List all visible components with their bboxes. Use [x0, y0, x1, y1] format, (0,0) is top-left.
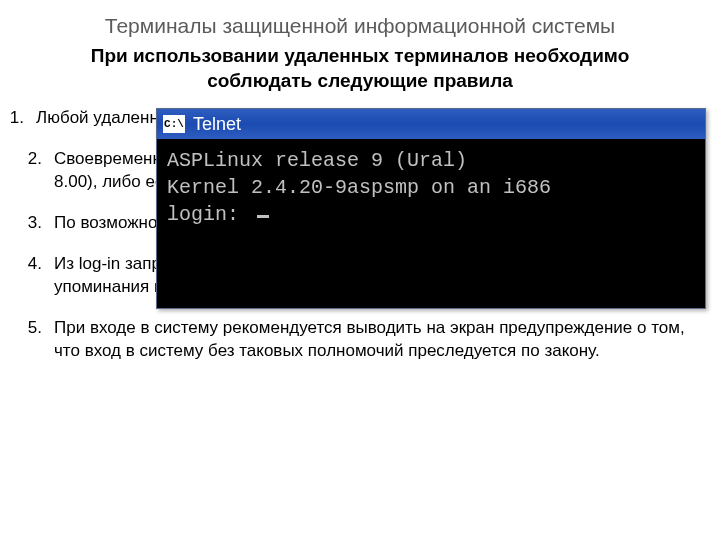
page-title: Терминалы защищенной информационной сист…	[0, 0, 720, 38]
terminal-output[interactable]: ASPLinux release 9 (Ural) Kernel 2.4.20-…	[157, 139, 705, 308]
rule-number: 5.	[20, 317, 48, 363]
rule-item: 5. При входе в систему рекомендуется выв…	[8, 317, 700, 363]
rule-number: 4.	[20, 253, 48, 299]
page-subtitle: При использовании удаленных терминалов н…	[0, 38, 720, 107]
telnet-titlebar: C:\ Telnet	[157, 109, 705, 139]
rule-number: 2.	[20, 148, 48, 194]
terminal-line: ASPLinux release 9 (Ural)	[167, 149, 467, 172]
telnet-window: C:\ Telnet ASPLinux release 9 (Ural) Ker…	[156, 108, 706, 309]
rule-text: При входе в систему рекомендуется выводи…	[48, 317, 700, 363]
cmd-icon: C:\	[163, 115, 185, 133]
cursor-icon	[257, 215, 269, 218]
telnet-window-title: Telnet	[193, 114, 241, 135]
terminal-line: Kernel 2.4.20-9aspsmp on an i686	[167, 176, 551, 199]
login-prompt: login:	[167, 203, 251, 226]
rule-number: 1.	[8, 107, 30, 130]
rule-number: 3.	[20, 212, 48, 235]
